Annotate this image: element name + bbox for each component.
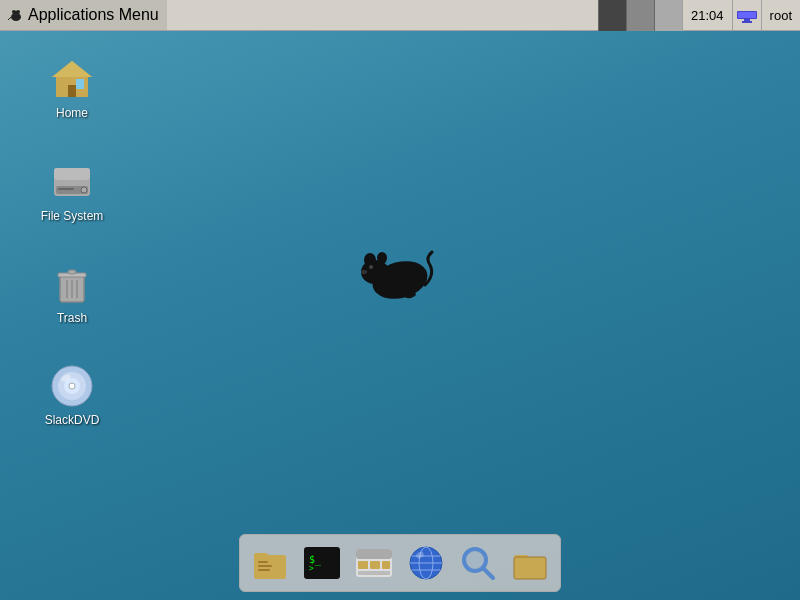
svg-point-3 [12,10,16,14]
desktop-icon-filesystem[interactable]: File System [27,158,117,224]
trash-icon-label: Trash [53,310,91,326]
svg-rect-50 [370,561,380,569]
svg-rect-24 [68,270,76,274]
svg-line-61 [483,568,493,578]
svg-marker-10 [52,61,92,77]
svg-point-30 [368,255,431,304]
svg-rect-8 [742,21,752,23]
taskbar: Applications Menu 21:04 root [0,0,800,31]
svg-rect-6 [738,12,756,18]
dock-item-browser[interactable] [402,539,450,587]
svg-rect-52 [358,571,390,575]
home-icon [48,55,96,103]
svg-line-2 [8,17,11,20]
user-label: root [761,0,800,30]
svg-rect-14 [54,168,90,180]
svg-point-28 [69,383,75,389]
svg-point-4 [16,10,20,14]
svg-point-37 [404,291,417,299]
svg-rect-48 [356,549,392,559]
svg-rect-41 [258,565,272,567]
clock: 21:04 [682,0,732,30]
svg-point-32 [364,253,376,267]
svg-text:>: > [309,564,314,573]
svg-point-31 [361,260,389,284]
filesystem-icon-label: File System [37,208,108,224]
svg-point-34 [361,270,367,274]
dock-item-search[interactable] [454,539,502,587]
home-icon-label: Home [52,105,92,121]
dock-item-filemanager[interactable] [350,539,398,587]
svg-rect-63 [514,555,528,561]
dock-item-folder[interactable] [506,539,554,587]
desktop-icon-home[interactable]: Home [27,55,117,121]
app-menu-label: Applications Menu [28,6,159,24]
tb-box-1[interactable] [598,0,626,31]
svg-rect-49 [358,561,368,569]
taskbar-right: 21:04 root [598,0,800,30]
trash-icon [48,260,96,308]
svg-point-16 [81,187,87,193]
svg-rect-40 [258,561,268,563]
svg-rect-12 [76,79,84,89]
tb-box-3[interactable] [654,0,682,31]
svg-rect-39 [254,553,268,559]
svg-rect-51 [382,561,390,569]
tb-box-2[interactable] [626,0,654,31]
svg-point-35 [369,265,373,269]
app-menu-icon [8,7,24,23]
svg-rect-42 [258,569,270,571]
svg-point-33 [377,252,387,264]
svg-rect-11 [68,85,76,97]
dock-item-terminal[interactable]: $_ > [298,539,346,587]
dock-item-files[interactable] [246,539,294,587]
network-icon [732,0,761,30]
slackdvd-icon-label: SlackDVD [41,412,104,428]
app-menu-button[interactable]: Applications Menu [0,0,167,30]
desktop-icon-trash[interactable]: Trash [27,260,117,326]
desktop-icon-slackdvd[interactable]: SlackDVD [27,362,117,428]
filesystem-icon [48,158,96,206]
svg-rect-17 [58,188,74,190]
svg-point-36 [381,287,394,297]
slackdvd-icon [48,362,96,410]
mascot [350,240,440,310]
dock: $_ > [239,534,561,592]
